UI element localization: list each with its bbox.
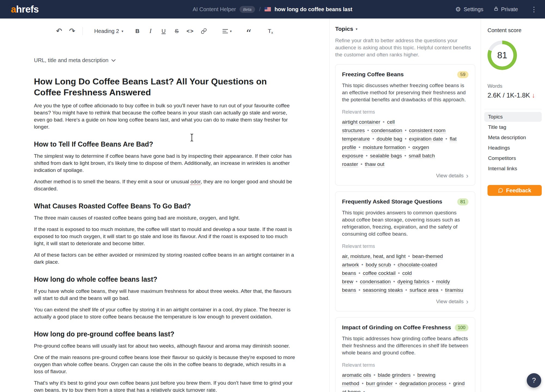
relevant-term[interactable]: body scrub bbox=[366, 262, 391, 268]
settings-button[interactable]: ⚙ Settings bbox=[455, 6, 483, 13]
relevant-term[interactable]: coffee cocktail bbox=[363, 270, 395, 276]
bold-button[interactable]: B bbox=[132, 26, 143, 37]
link-button[interactable] bbox=[198, 26, 209, 37]
term-separator: • bbox=[405, 127, 407, 133]
relevant-term[interactable]: condensation bbox=[360, 279, 391, 285]
misspelled-word: odor bbox=[190, 179, 201, 185]
sidebar-item-competitors[interactable]: Competitors bbox=[484, 153, 542, 163]
chevron-down-icon: ▾ bbox=[122, 29, 123, 33]
sidebar-item-headings[interactable]: Headings bbox=[484, 143, 542, 153]
section-heading: How to Tell If Coffee Beans Are Bad? bbox=[34, 140, 296, 148]
term-separator: • bbox=[405, 287, 407, 293]
paragraph: One of the main reasons pre-ground coffe… bbox=[34, 354, 296, 375]
topbar-actions: ⚙ Settings Private ⋮ bbox=[455, 0, 540, 19]
relevant-term[interactable]: condensation bbox=[371, 127, 402, 133]
help-button[interactable]: ? bbox=[527, 373, 541, 388]
term-separator: • bbox=[408, 144, 410, 150]
feedback-button[interactable]: Feedback bbox=[488, 185, 542, 196]
relevant-term[interactable]: surface area bbox=[410, 287, 438, 293]
paragraph: Another method is to smell the beans. If… bbox=[34, 178, 296, 192]
view-details-button[interactable]: View details › bbox=[342, 299, 468, 305]
chevron-down-icon: ▾ bbox=[230, 29, 232, 33]
lock-icon bbox=[494, 6, 498, 13]
ahrefs-logo[interactable]: ahrefs bbox=[11, 4, 39, 15]
relevant-term[interactable]: aromatic oils bbox=[342, 372, 371, 378]
heading-style-select[interactable]: Heading 2 ▾ bbox=[92, 26, 126, 37]
words-trend-down-icon: ↓ bbox=[532, 92, 535, 99]
gear-icon: ⚙ bbox=[455, 6, 461, 13]
topic-card: Impact of Grinding on Coffee Freshness 1… bbox=[335, 317, 475, 392]
term-separator: • bbox=[367, 127, 369, 133]
document-editor[interactable]: URL, title and meta description How Long… bbox=[34, 57, 296, 392]
editor-toolbar: ↶ ↷ Heading 2 ▾ B I U S <> ▾ “ Tx bbox=[54, 26, 276, 37]
term-separator: • bbox=[363, 389, 365, 392]
paragraph: The three main causes of roasted coffee … bbox=[34, 214, 296, 221]
logo-text: hrefs bbox=[16, 4, 39, 14]
relevant-term[interactable]: airtight container bbox=[342, 119, 380, 125]
paragraph: Pre-ground coffee beans will usually las… bbox=[34, 342, 296, 350]
paragraph: That's why it's best to grind your own c… bbox=[34, 379, 296, 392]
relevant-term[interactable]: expiration date bbox=[409, 136, 443, 142]
relevant-term[interactable]: sealable bags bbox=[370, 153, 402, 159]
editor-column: ↶ ↷ Heading 2 ▾ B I U S <> ▾ “ Tx URL, t… bbox=[0, 19, 330, 392]
italic-button[interactable]: I bbox=[145, 26, 156, 37]
term-separator: • bbox=[395, 381, 397, 386]
align-left-icon bbox=[222, 29, 228, 34]
undo-button[interactable]: ↶ bbox=[54, 26, 65, 37]
term-separator: • bbox=[362, 381, 364, 386]
strikethrough-button[interactable]: S bbox=[171, 26, 182, 37]
topic-card-description: This topic addresses how grinding coffee… bbox=[342, 335, 468, 356]
private-button[interactable]: Private bbox=[494, 6, 518, 13]
term-separator: • bbox=[393, 279, 395, 284]
speech-bubble-icon bbox=[498, 188, 503, 193]
view-details-button[interactable]: View details › bbox=[342, 173, 468, 179]
toolbar-divider bbox=[83, 27, 83, 35]
chevron-right-icon: › bbox=[466, 173, 468, 178]
relevant-term[interactable]: dyeing fabrics bbox=[398, 279, 429, 285]
topic-card-title: Impact of Grinding on Coffee Freshness bbox=[342, 324, 451, 331]
relevant-term[interactable]: degradation process bbox=[399, 381, 446, 387]
relevant-term[interactable]: seasoning steaks bbox=[363, 287, 403, 293]
blockquote-button[interactable]: “ bbox=[243, 26, 254, 37]
alignment-button[interactable]: ▾ bbox=[220, 26, 234, 37]
topic-card: Freezing Coffee Beans 59 This topic disc… bbox=[335, 64, 475, 186]
term-separator: • bbox=[393, 262, 395, 268]
term-separator: • bbox=[405, 136, 407, 142]
relevant-term[interactable]: burr grinder bbox=[366, 381, 393, 387]
settings-label: Settings bbox=[464, 6, 483, 13]
redo-button[interactable]: ↷ bbox=[67, 26, 78, 37]
topics-panel-select[interactable]: Topics ▾ bbox=[335, 26, 358, 32]
sidebar-item-title-tag[interactable]: Title tag bbox=[484, 122, 542, 132]
relevant-term[interactable]: thaw out bbox=[365, 161, 384, 167]
term-separator: • bbox=[361, 262, 363, 268]
underline-button[interactable]: U bbox=[158, 26, 169, 37]
sidebar-item-topics[interactable]: Topics bbox=[484, 112, 542, 122]
term-separator: • bbox=[413, 372, 415, 378]
term-separator: • bbox=[404, 153, 406, 159]
section-heading: How long do pre-ground coffee beans last… bbox=[34, 330, 296, 338]
topic-score-badge: 81 bbox=[457, 198, 468, 205]
sidebar-item-meta-description[interactable]: Meta description bbox=[484, 133, 542, 142]
chevron-down-icon bbox=[111, 59, 116, 62]
relevant-term[interactable]: air, moisture, heat, and light bbox=[342, 253, 405, 259]
words-count-value: 2.6K / 1K-1.8K bbox=[488, 92, 530, 99]
relevant-terms-label: Relevant terms bbox=[342, 244, 468, 249]
relevant-term[interactable]: blade grinders bbox=[378, 372, 410, 378]
code-button[interactable]: <> bbox=[184, 26, 196, 37]
term-separator: • bbox=[372, 136, 374, 142]
relevant-term[interactable]: moisture formation bbox=[363, 144, 405, 150]
meta-description-toggle[interactable]: URL, title and meta description bbox=[34, 57, 116, 63]
relevant-term[interactable]: double bag bbox=[377, 136, 402, 142]
paragraph: You can extend the shelf life of your co… bbox=[34, 306, 296, 320]
relevant-terms-list: aromatic oils•blade grinders•brewing met… bbox=[342, 371, 468, 392]
words-count: 2.6K / 1K-1.8K ↓ bbox=[488, 92, 542, 99]
clear-formatting-button[interactable]: Tx bbox=[265, 26, 276, 37]
topic-score-badge: 100 bbox=[455, 324, 468, 331]
term-separator: • bbox=[408, 253, 410, 259]
term-separator: • bbox=[449, 381, 451, 386]
more-menu-button[interactable]: ⋮ bbox=[528, 5, 540, 13]
relevant-term[interactable]: tiramisu bbox=[445, 287, 463, 293]
sidebar-item-internal-links[interactable]: Internal links bbox=[484, 164, 542, 174]
topics-panel: Topics ▾ Refine your draft to better add… bbox=[330, 19, 481, 392]
relevant-terms-label: Relevant terms bbox=[342, 362, 468, 368]
